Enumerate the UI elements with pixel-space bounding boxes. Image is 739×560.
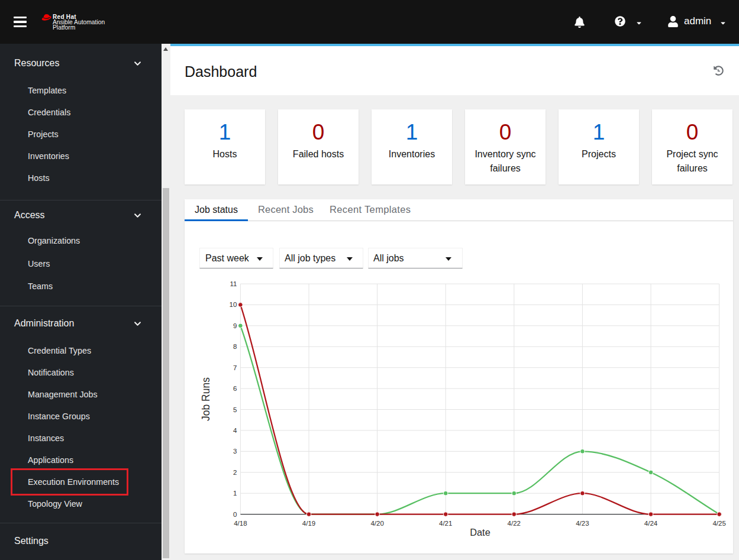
svg-text:3: 3 bbox=[233, 448, 237, 455]
svg-text:Job Runs: Job Runs bbox=[200, 377, 212, 421]
svg-text:7: 7 bbox=[233, 364, 237, 371]
svg-text:2: 2 bbox=[233, 469, 237, 476]
svg-text:0: 0 bbox=[233, 511, 237, 518]
svg-text:4: 4 bbox=[233, 427, 237, 434]
svg-text:1: 1 bbox=[233, 490, 237, 497]
svg-text:5: 5 bbox=[233, 406, 237, 413]
svg-text:4/25: 4/25 bbox=[712, 520, 725, 527]
svg-text:11: 11 bbox=[230, 280, 237, 287]
svg-text:10: 10 bbox=[230, 301, 237, 308]
svg-text:9: 9 bbox=[233, 322, 237, 329]
svg-text:4/20: 4/20 bbox=[370, 520, 383, 527]
svg-text:Date: Date bbox=[470, 527, 490, 538]
svg-text:4/23: 4/23 bbox=[576, 520, 589, 527]
svg-text:4/21: 4/21 bbox=[439, 520, 452, 527]
svg-text:4/24: 4/24 bbox=[644, 520, 658, 527]
svg-text:6: 6 bbox=[233, 385, 237, 392]
svg-text:4/19: 4/19 bbox=[302, 520, 315, 527]
svg-text:4/18: 4/18 bbox=[234, 520, 247, 527]
svg-text:4/22: 4/22 bbox=[508, 520, 521, 527]
svg-text:8: 8 bbox=[233, 343, 237, 350]
